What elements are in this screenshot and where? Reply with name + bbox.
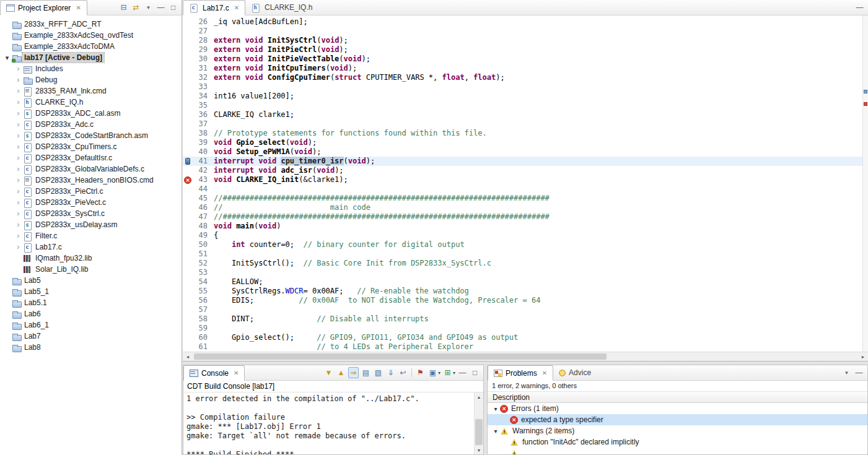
expand-chevron-icon[interactable]: ›: [14, 209, 23, 219]
tree-item[interactable]: Lab5_1: [0, 286, 182, 297]
collapse-chevron-icon[interactable]: ▾: [491, 405, 500, 412]
tree-item[interactable]: ›Debug: [0, 74, 182, 85]
expand-chevron-icon[interactable]: ›: [14, 108, 23, 118]
code-line-61[interactable]: 61 // to 4 LEDs at Peripheral Explorer: [183, 342, 868, 352]
tree-item[interactable]: Lab8: [0, 342, 182, 353]
open-console-button[interactable]: ⊞ ▾: [442, 367, 455, 378]
tree-item[interactable]: Lab6_1: [0, 319, 182, 331]
expand-chevron-icon[interactable]: ›: [14, 242, 23, 252]
link-with-editor-icon[interactable]: ⇄: [131, 2, 141, 13]
code-line-37[interactable]: 37: [183, 119, 868, 129]
show-error-in-editor-icon[interactable]: ⇒: [348, 367, 359, 378]
code-line-46[interactable]: 46// main code: [183, 203, 868, 212]
expand-chevron-icon[interactable]: ›: [14, 86, 23, 96]
tree-item[interactable]: ›sDSP2833x_usDelay.asm: [0, 219, 182, 230]
code-line-26[interactable]: 26_iq value[AdcBufLen];: [183, 17, 868, 27]
code-line-53[interactable]: 53: [183, 268, 868, 277]
code-line-33[interactable]: 33: [183, 82, 868, 92]
scroll-right-button[interactable]: ►: [858, 352, 868, 361]
tree-item[interactable]: Solar_Lib_IQ.lib: [0, 264, 182, 275]
previous-error-icon[interactable]: ▲: [336, 367, 346, 378]
expand-chevron-icon[interactable]: ›: [14, 64, 23, 74]
code-line-44[interactable]: 44: [183, 184, 868, 194]
code-line-31[interactable]: 31extern void InitCpuTimers(void);: [183, 64, 868, 73]
code-line-35[interactable]: 35: [183, 101, 868, 110]
expand-chevron-icon[interactable]: ›: [14, 220, 23, 230]
console-scrollbar[interactable]: ▲ ▼: [474, 392, 483, 454]
clear-console-icon[interactable]: ▧: [373, 367, 384, 378]
code-line-50[interactable]: 50 int counter=0; // binary counter for …: [183, 240, 868, 249]
maximize-icon[interactable]: □: [168, 2, 178, 13]
bookmark-marker-icon[interactable]: [183, 157, 193, 166]
code-line-29[interactable]: 29extern void InitPieCtrl(void);: [183, 45, 868, 54]
tab-lab17-c[interactable]: c Lab17.c ✕: [183, 0, 245, 15]
tree-item[interactable]: ›cLab17.c: [0, 241, 182, 253]
expand-chevron-icon[interactable]: ›: [14, 153, 23, 163]
close-icon[interactable]: ✕: [234, 4, 239, 11]
tree-item[interactable]: Lab5: [0, 275, 182, 286]
tree-item[interactable]: ›hCLARKE_IQ.h: [0, 97, 182, 108]
code-line-54[interactable]: 54 EALLOW;: [183, 277, 868, 287]
code-line-39[interactable]: 39void Gpio_select(void);: [183, 138, 868, 147]
expand-chevron-icon[interactable]: ›: [14, 231, 23, 241]
close-icon[interactable]: ✕: [76, 4, 81, 11]
minimize-icon[interactable]: —: [854, 367, 864, 378]
tree-item[interactable]: Lab5.1: [0, 297, 182, 308]
tree-item[interactable]: ▾lab17 [Active - Debug]: [0, 52, 182, 63]
code-line-32[interactable]: 32extern void ConfigCpuTimer(struct CPUT…: [183, 73, 868, 82]
warning-item-partial[interactable]: !: [488, 448, 867, 454]
expand-chevron-icon[interactable]: ›: [14, 197, 23, 207]
scrollbar-track[interactable]: [475, 401, 483, 446]
code-line-27[interactable]: 27: [183, 27, 868, 36]
code-line-58[interactable]: 58 DINT; // Disable all interrupts: [183, 314, 868, 324]
scrollbar-track[interactable]: [193, 352, 858, 361]
tree-item[interactable]: ›sDSP2833x_CodeStartBranch.asm: [0, 130, 182, 141]
collapse-all-icon[interactable]: ⊟: [118, 2, 129, 13]
code-line-41[interactable]: 41interrupt void cpu_timer0_isr(void);: [183, 157, 868, 166]
tab-console[interactable]: Console ✕: [183, 365, 245, 381]
code-line-47[interactable]: 47//####################################…: [183, 212, 868, 222]
scroll-left-button[interactable]: ◄: [183, 352, 193, 361]
copy-build-log-icon[interactable]: ▤: [361, 367, 371, 378]
description-column-header[interactable]: Description: [488, 391, 867, 403]
tree-item[interactable]: ›cDSP2833x_PieVect.c: [0, 197, 182, 208]
scroll-down-button[interactable]: ▼: [475, 446, 483, 454]
minimize-icon[interactable]: —: [854, 2, 865, 13]
overview-ruler[interactable]: [862, 15, 868, 352]
scroll-up-button[interactable]: ▲: [475, 392, 483, 401]
tree-item[interactable]: ›cDSP2833x_DefaultIsr.c: [0, 152, 182, 163]
code-line-56[interactable]: 56 EDIS; // 0x00AF to NOT disable the Wa…: [183, 296, 868, 305]
tab-clarke-iq-h[interactable]: h CLARKE_IQ.h: [245, 0, 318, 15]
error-item[interactable]: ✕expected a type specifier: [488, 414, 867, 425]
horizontal-scrollbar[interactable]: ◄ ►: [183, 352, 868, 361]
tree-item[interactable]: ›Includes: [0, 63, 182, 74]
view-menu-icon[interactable]: ▼: [143, 2, 154, 13]
close-icon[interactable]: ✕: [542, 370, 547, 376]
scrollbar-thumb[interactable]: [194, 353, 607, 360]
code-line-52[interactable]: 52 InitSysCtrl(); // Basic Core Init fro…: [183, 259, 868, 268]
tree-item[interactable]: ›DSP2833x_Headers_nonBIOS.cmd: [0, 175, 182, 186]
code-line-36[interactable]: 36CLARKE_IQ clarke1;: [183, 110, 868, 119]
display-console-button[interactable]: ▣ ▾: [427, 367, 441, 378]
scroll-lock-icon[interactable]: ⇓: [385, 367, 396, 378]
warning-item[interactable]: !function "InitAdc" declared implicitly: [488, 436, 867, 448]
expand-chevron-icon[interactable]: ›: [14, 164, 23, 174]
expand-chevron-icon[interactable]: ›: [14, 119, 23, 129]
expand-chevron-icon[interactable]: ›: [14, 97, 23, 107]
minimize-icon[interactable]: —: [457, 367, 468, 378]
pin-console-icon[interactable]: ⚑: [415, 367, 426, 378]
tab-problems[interactable]: Problems ✕: [488, 365, 553, 381]
chevron-down-icon[interactable]: ▾: [438, 370, 441, 376]
code-line-60[interactable]: 60 Gpio_select(); // GPIO9, GPIO11, GPIO…: [183, 333, 868, 342]
code-line-40[interactable]: 40void Setup_ePWM1A(void);: [183, 147, 868, 157]
expand-chevron-icon[interactable]: ›: [14, 131, 23, 141]
code-line-59[interactable]: 59: [183, 324, 868, 333]
code-line-34[interactable]: 34int16 value1[200];: [183, 92, 868, 101]
minimize-icon[interactable]: —: [156, 2, 166, 13]
error-marker-icon[interactable]: ✕: [183, 175, 193, 184]
tree-item[interactable]: IQmath_fpu32.lib: [0, 253, 182, 264]
tree-item[interactable]: Example_2833xAdcToDMA: [0, 41, 182, 52]
code-line-30[interactable]: 30extern void InitPieVectTable(void);: [183, 54, 868, 64]
expand-chevron-icon[interactable]: ›: [14, 142, 23, 152]
tree-item[interactable]: Lab7: [0, 331, 182, 342]
